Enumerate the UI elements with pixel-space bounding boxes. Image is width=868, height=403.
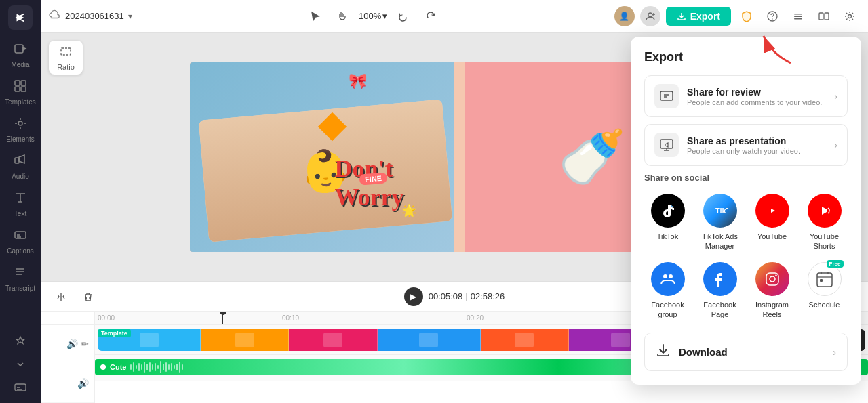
topbar-tools: 100% ▾: [304, 5, 441, 27]
youtube-label: YouTube: [757, 232, 787, 241]
svg-rect-31: [820, 279, 823, 282]
split-view-icon[interactable]: [814, 6, 834, 26]
share-presentation-option[interactable]: Share as presentation People can only wa…: [644, 124, 848, 166]
topbar-right: 👤 Export: [614, 6, 860, 26]
facebook-page-icon: [703, 262, 737, 296]
media-label: Media: [11, 61, 29, 68]
audio-label: Audio: [12, 173, 29, 180]
share-review-icon: [654, 84, 679, 108]
social-item-tiktok[interactable]: TikTok: [644, 191, 691, 254]
volume-icon-track1[interactable]: 🔊: [66, 339, 78, 349]
media-icon: [14, 42, 27, 59]
sidebar-item-transcript[interactable]: Transcript: [3, 261, 38, 296]
audio-icon: [14, 154, 27, 171]
social-item-youtube-shorts[interactable]: YouTube Shorts: [801, 191, 848, 254]
instagram-label: Instagram Reels: [751, 300, 793, 320]
play-button[interactable]: ▶: [404, 287, 423, 306]
sidebar-item-star[interactable]: [3, 331, 38, 352]
tiktok-ads-label: TikTok Ads Manager: [699, 232, 741, 251]
cursor-tool-btn[interactable]: [304, 5, 326, 27]
sidebar-item-subtitles[interactable]: [3, 377, 38, 398]
time-display: 00:05:08 | 02:58:26: [429, 291, 505, 301]
instagram-icon: [755, 262, 789, 296]
track2-controls: 🔊: [41, 364, 94, 404]
text-label: Text: [14, 210, 26, 217]
file-info[interactable]: 202403061631 ▾: [49, 9, 132, 24]
share-presentation-icon: [654, 133, 679, 157]
timeline-side-controls: 🔊 ✏ 🔊: [41, 312, 95, 403]
share-review-desc: People can add comments to your video.: [687, 98, 826, 106]
svg-rect-4: [21, 87, 26, 91]
sidebar-item-text[interactable]: Text: [3, 187, 38, 221]
captions-icon: [14, 228, 27, 245]
chevron-down-icon: ▾: [128, 12, 132, 21]
total-time: 02:58:26: [471, 291, 505, 301]
edit-icon-track1[interactable]: ✏: [81, 339, 89, 349]
playhead-handle[interactable]: [220, 312, 226, 315]
share-review-title: Share for review: [687, 87, 826, 98]
help-icon[interactable]: [762, 6, 783, 26]
ruler-mark-10: 00:10: [282, 314, 299, 322]
svg-point-5: [18, 121, 22, 125]
svg-point-26: [669, 274, 673, 278]
hand-tool-btn[interactable]: [332, 5, 353, 27]
sidebar: Media Templates Elements Audio Text Capt…: [0, 0, 41, 403]
share-presentation-text: Share as presentation People can only wa…: [687, 135, 826, 155]
download-chevron: ›: [833, 347, 836, 358]
shield-icon[interactable]: [736, 6, 757, 26]
sidebar-item-media[interactable]: Media: [3, 38, 38, 72]
tiktok-label: TikTok: [657, 232, 678, 241]
export-button[interactable]: Export: [666, 7, 731, 26]
app-logo[interactable]: [8, 5, 33, 30]
ruler-mark-0: 00:00: [98, 314, 115, 322]
audio-clip-label: Cute: [110, 363, 126, 371]
share-presentation-title: Share as presentation: [687, 135, 826, 146]
sidebar-item-templates[interactable]: Templates: [3, 75, 38, 110]
transcript-icon: [14, 266, 27, 282]
download-button[interactable]: Download ›: [644, 333, 848, 371]
svg-rect-30: [817, 273, 832, 287]
facebook-group-label: Facebook group: [647, 300, 688, 320]
social-item-tiktok-ads[interactable]: TikTok TikTok Ads Manager: [696, 191, 743, 254]
delete-clip-btn[interactable]: [79, 287, 98, 306]
share-presentation-chevron: ›: [834, 140, 837, 150]
svg-rect-3: [15, 87, 20, 91]
social-item-youtube[interactable]: YouTube: [749, 191, 795, 254]
sidebar-bottom: [3, 331, 38, 398]
timeline-playhead[interactable]: [222, 312, 223, 324]
sidebar-item-elements[interactable]: Elements: [3, 112, 38, 147]
template-badge: Template: [98, 329, 131, 337]
sidebar-item-chevron[interactable]: [3, 354, 38, 375]
filename: 202403061631: [65, 11, 124, 21]
user-add-icon[interactable]: [640, 6, 660, 26]
settings-icon[interactable]: [840, 6, 860, 26]
zoom-control[interactable]: 100% ▾: [359, 11, 387, 21]
ratio-button[interactable]: Ratio: [49, 41, 83, 75]
sidebar-item-audio[interactable]: Audio: [3, 150, 38, 184]
user-avatar[interactable]: 👤: [614, 6, 635, 26]
svg-point-28: [770, 276, 775, 282]
split-clip-btn[interactable]: [52, 287, 71, 306]
youtube-icon: [755, 194, 789, 228]
undo-btn[interactable]: [393, 5, 414, 27]
sidebar-item-captions[interactable]: Captions: [3, 224, 38, 259]
social-item-instagram[interactable]: Instagram Reels: [749, 259, 795, 322]
templates-icon: [14, 79, 27, 96]
free-badge: Free: [827, 260, 844, 268]
volume-icon-track2[interactable]: 🔊: [77, 378, 89, 389]
ratio-icon: [59, 45, 73, 62]
social-item-schedule[interactable]: Free Schedule: [801, 259, 848, 322]
redo-btn[interactable]: [420, 5, 441, 27]
transcript-label: Transcript: [5, 284, 35, 292]
elements-label: Elements: [6, 135, 35, 143]
current-time: 00:05:08: [429, 291, 463, 301]
zoom-chevron: ▾: [382, 11, 387, 21]
svg-point-17: [848, 14, 852, 18]
svg-rect-1: [15, 81, 20, 85]
export-panel: Export Share for review People can add c…: [631, 37, 861, 385]
track1-controls: 🔊 ✏: [41, 325, 94, 364]
social-item-facebook-page[interactable]: Facebook Page: [696, 259, 743, 322]
social-item-facebook-group[interactable]: Facebook group: [644, 259, 691, 322]
share-for-review-option[interactable]: Share for review People can add comments…: [644, 75, 848, 117]
menu-lines-icon[interactable]: [788, 6, 808, 26]
